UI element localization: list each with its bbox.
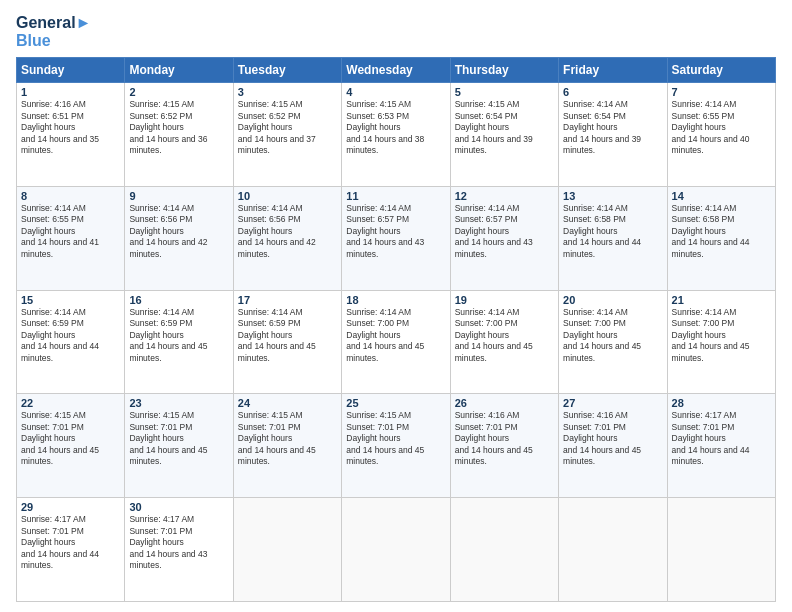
- day-number: 23: [129, 397, 228, 409]
- day-cell: [233, 498, 341, 602]
- day-number: 2: [129, 86, 228, 98]
- col-header-thursday: Thursday: [450, 58, 558, 83]
- week-row-5: 29Sunrise: 4:17 AMSunset: 7:01 PMDayligh…: [17, 498, 776, 602]
- day-info: Sunrise: 4:14 AMSunset: 6:56 PMDaylight …: [238, 203, 316, 259]
- logo-line1: General►: [16, 14, 91, 32]
- day-info: Sunrise: 4:14 AMSunset: 6:57 PMDaylight …: [346, 203, 424, 259]
- col-header-wednesday: Wednesday: [342, 58, 450, 83]
- day-info: Sunrise: 4:15 AMSunset: 7:01 PMDaylight …: [21, 410, 99, 466]
- week-row-2: 8Sunrise: 4:14 AMSunset: 6:55 PMDaylight…: [17, 186, 776, 290]
- day-info: Sunrise: 4:14 AMSunset: 6:58 PMDaylight …: [563, 203, 641, 259]
- day-cell: 9Sunrise: 4:14 AMSunset: 6:56 PMDaylight…: [125, 186, 233, 290]
- day-number: 15: [21, 294, 120, 306]
- day-number: 26: [455, 397, 554, 409]
- day-info: Sunrise: 4:15 AMSunset: 6:52 PMDaylight …: [129, 99, 207, 155]
- day-info: Sunrise: 4:15 AMSunset: 7:01 PMDaylight …: [346, 410, 424, 466]
- day-info: Sunrise: 4:14 AMSunset: 6:57 PMDaylight …: [455, 203, 533, 259]
- day-number: 7: [672, 86, 771, 98]
- day-number: 13: [563, 190, 662, 202]
- day-number: 4: [346, 86, 445, 98]
- day-cell: 12Sunrise: 4:14 AMSunset: 6:57 PMDayligh…: [450, 186, 558, 290]
- day-info: Sunrise: 4:14 AMSunset: 7:00 PMDaylight …: [455, 307, 533, 363]
- week-row-4: 22Sunrise: 4:15 AMSunset: 7:01 PMDayligh…: [17, 394, 776, 498]
- day-info: Sunrise: 4:15 AMSunset: 6:52 PMDaylight …: [238, 99, 316, 155]
- day-info: Sunrise: 4:14 AMSunset: 6:56 PMDaylight …: [129, 203, 207, 259]
- day-info: Sunrise: 4:14 AMSunset: 6:58 PMDaylight …: [672, 203, 750, 259]
- day-info: Sunrise: 4:16 AMSunset: 6:51 PMDaylight …: [21, 99, 99, 155]
- day-info: Sunrise: 4:17 AMSunset: 7:01 PMDaylight …: [21, 514, 99, 570]
- day-cell: 22Sunrise: 4:15 AMSunset: 7:01 PMDayligh…: [17, 394, 125, 498]
- day-cell: 5Sunrise: 4:15 AMSunset: 6:54 PMDaylight…: [450, 83, 558, 187]
- day-number: 22: [21, 397, 120, 409]
- day-info: Sunrise: 4:14 AMSunset: 6:55 PMDaylight …: [672, 99, 750, 155]
- day-number: 3: [238, 86, 337, 98]
- day-cell: [667, 498, 775, 602]
- day-info: Sunrise: 4:14 AMSunset: 6:59 PMDaylight …: [238, 307, 316, 363]
- day-number: 9: [129, 190, 228, 202]
- day-cell: 25Sunrise: 4:15 AMSunset: 7:01 PMDayligh…: [342, 394, 450, 498]
- day-number: 11: [346, 190, 445, 202]
- day-number: 28: [672, 397, 771, 409]
- day-number: 1: [21, 86, 120, 98]
- week-row-3: 15Sunrise: 4:14 AMSunset: 6:59 PMDayligh…: [17, 290, 776, 394]
- day-cell: 1Sunrise: 4:16 AMSunset: 6:51 PMDaylight…: [17, 83, 125, 187]
- day-number: 30: [129, 501, 228, 513]
- day-info: Sunrise: 4:15 AMSunset: 7:01 PMDaylight …: [129, 410, 207, 466]
- col-header-monday: Monday: [125, 58, 233, 83]
- day-cell: 15Sunrise: 4:14 AMSunset: 6:59 PMDayligh…: [17, 290, 125, 394]
- col-header-sunday: Sunday: [17, 58, 125, 83]
- day-info: Sunrise: 4:14 AMSunset: 7:00 PMDaylight …: [672, 307, 750, 363]
- day-cell: 21Sunrise: 4:14 AMSunset: 7:00 PMDayligh…: [667, 290, 775, 394]
- day-number: 24: [238, 397, 337, 409]
- day-info: Sunrise: 4:14 AMSunset: 6:59 PMDaylight …: [21, 307, 99, 363]
- day-cell: 20Sunrise: 4:14 AMSunset: 7:00 PMDayligh…: [559, 290, 667, 394]
- day-number: 25: [346, 397, 445, 409]
- day-number: 8: [21, 190, 120, 202]
- day-number: 6: [563, 86, 662, 98]
- day-cell: 24Sunrise: 4:15 AMSunset: 7:01 PMDayligh…: [233, 394, 341, 498]
- day-number: 16: [129, 294, 228, 306]
- day-cell: 10Sunrise: 4:14 AMSunset: 6:56 PMDayligh…: [233, 186, 341, 290]
- day-number: 18: [346, 294, 445, 306]
- logo-line2: Blue: [16, 32, 91, 50]
- day-info: Sunrise: 4:15 AMSunset: 7:01 PMDaylight …: [238, 410, 316, 466]
- day-info: Sunrise: 4:17 AMSunset: 7:01 PMDaylight …: [129, 514, 207, 570]
- day-cell: 28Sunrise: 4:17 AMSunset: 7:01 PMDayligh…: [667, 394, 775, 498]
- col-header-tuesday: Tuesday: [233, 58, 341, 83]
- day-cell: 26Sunrise: 4:16 AMSunset: 7:01 PMDayligh…: [450, 394, 558, 498]
- day-cell: 11Sunrise: 4:14 AMSunset: 6:57 PMDayligh…: [342, 186, 450, 290]
- day-number: 10: [238, 190, 337, 202]
- calendar-page: General► Blue SundayMondayTuesdayWednesd…: [0, 0, 792, 612]
- day-number: 20: [563, 294, 662, 306]
- day-info: Sunrise: 4:17 AMSunset: 7:01 PMDaylight …: [672, 410, 750, 466]
- day-cell: 23Sunrise: 4:15 AMSunset: 7:01 PMDayligh…: [125, 394, 233, 498]
- day-number: 17: [238, 294, 337, 306]
- day-info: Sunrise: 4:14 AMSunset: 7:00 PMDaylight …: [563, 307, 641, 363]
- day-info: Sunrise: 4:14 AMSunset: 7:00 PMDaylight …: [346, 307, 424, 363]
- day-info: Sunrise: 4:16 AMSunset: 7:01 PMDaylight …: [455, 410, 533, 466]
- day-number: 19: [455, 294, 554, 306]
- day-cell: 7Sunrise: 4:14 AMSunset: 6:55 PMDaylight…: [667, 83, 775, 187]
- day-cell: 14Sunrise: 4:14 AMSunset: 6:58 PMDayligh…: [667, 186, 775, 290]
- col-header-friday: Friday: [559, 58, 667, 83]
- day-number: 5: [455, 86, 554, 98]
- day-cell: 2Sunrise: 4:15 AMSunset: 6:52 PMDaylight…: [125, 83, 233, 187]
- logo: General► Blue: [16, 14, 91, 49]
- col-header-saturday: Saturday: [667, 58, 775, 83]
- day-cell: [559, 498, 667, 602]
- day-info: Sunrise: 4:16 AMSunset: 7:01 PMDaylight …: [563, 410, 641, 466]
- day-number: 12: [455, 190, 554, 202]
- day-cell: 19Sunrise: 4:14 AMSunset: 7:00 PMDayligh…: [450, 290, 558, 394]
- day-number: 21: [672, 294, 771, 306]
- day-number: 27: [563, 397, 662, 409]
- day-cell: 27Sunrise: 4:16 AMSunset: 7:01 PMDayligh…: [559, 394, 667, 498]
- day-cell: 6Sunrise: 4:14 AMSunset: 6:54 PMDaylight…: [559, 83, 667, 187]
- day-cell: [342, 498, 450, 602]
- day-cell: 8Sunrise: 4:14 AMSunset: 6:55 PMDaylight…: [17, 186, 125, 290]
- day-cell: 17Sunrise: 4:14 AMSunset: 6:59 PMDayligh…: [233, 290, 341, 394]
- day-cell: 16Sunrise: 4:14 AMSunset: 6:59 PMDayligh…: [125, 290, 233, 394]
- day-cell: [450, 498, 558, 602]
- header: General► Blue: [16, 14, 776, 49]
- day-cell: 3Sunrise: 4:15 AMSunset: 6:52 PMDaylight…: [233, 83, 341, 187]
- day-info: Sunrise: 4:15 AMSunset: 6:54 PMDaylight …: [455, 99, 533, 155]
